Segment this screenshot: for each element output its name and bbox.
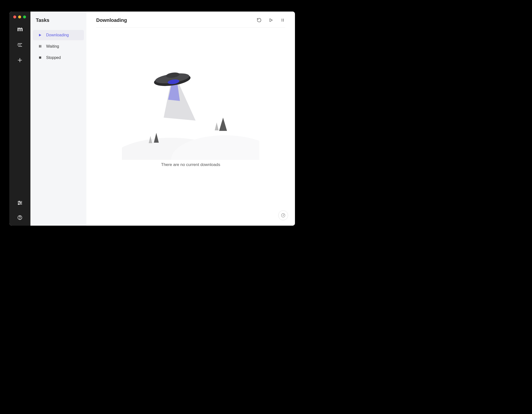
ufo-illustration <box>122 67 259 160</box>
svg-rect-14 <box>39 45 40 48</box>
window-controls <box>13 15 26 18</box>
sidebar-item-downloading[interactable]: Downloading <box>33 30 84 40</box>
svg-point-6 <box>19 201 20 202</box>
sidebar-item-stopped[interactable]: Stopped <box>33 53 84 63</box>
minimize-window-button[interactable] <box>18 15 21 18</box>
sidebar-title: Tasks <box>30 17 86 23</box>
sidebar-item-label: Stopped <box>46 55 61 60</box>
svg-marker-13 <box>39 34 41 36</box>
svg-point-8 <box>20 202 21 203</box>
help-icon[interactable] <box>17 214 23 221</box>
svg-rect-15 <box>40 45 41 48</box>
add-task-icon[interactable] <box>17 57 23 63</box>
svg-rect-16 <box>39 56 41 59</box>
app-logo: m <box>17 25 23 33</box>
app-window: m Tasks Downloading <box>9 12 295 226</box>
play-icon <box>38 33 42 37</box>
close-window-button[interactable] <box>13 15 16 18</box>
page-title: Downloading <box>96 17 127 23</box>
stop-icon <box>38 55 42 60</box>
empty-message: There are no current downloads <box>161 162 220 167</box>
tasks-nav-icon[interactable] <box>17 42 23 48</box>
svg-point-12 <box>20 218 20 219</box>
sidebar-item-label: Downloading <box>46 33 69 37</box>
pause-all-icon[interactable] <box>280 18 285 23</box>
empty-state: There are no current downloads <box>96 28 285 226</box>
resume-all-icon[interactable] <box>268 18 273 23</box>
svg-marker-24 <box>219 118 227 131</box>
svg-point-10 <box>18 204 19 205</box>
speed-meter-button[interactable] <box>278 210 288 220</box>
svg-marker-26 <box>164 84 196 121</box>
sidebar-item-waiting[interactable]: Waiting <box>33 41 84 52</box>
main-header: Downloading <box>96 17 285 28</box>
svg-marker-17 <box>270 19 273 22</box>
task-sidebar: Tasks Downloading Waiting Stopped <box>30 12 86 226</box>
main-panel: Downloading <box>86 12 295 226</box>
settings-icon[interactable] <box>17 200 23 206</box>
sidebar-item-label: Waiting <box>46 44 59 49</box>
svg-marker-22 <box>154 133 159 143</box>
left-rail: m <box>9 12 30 226</box>
svg-marker-25 <box>215 123 219 130</box>
fullscreen-window-button[interactable] <box>23 15 26 18</box>
svg-point-33 <box>283 215 283 216</box>
pause-icon <box>38 44 42 49</box>
toolbar-actions <box>257 18 285 23</box>
refresh-icon[interactable] <box>257 18 262 23</box>
